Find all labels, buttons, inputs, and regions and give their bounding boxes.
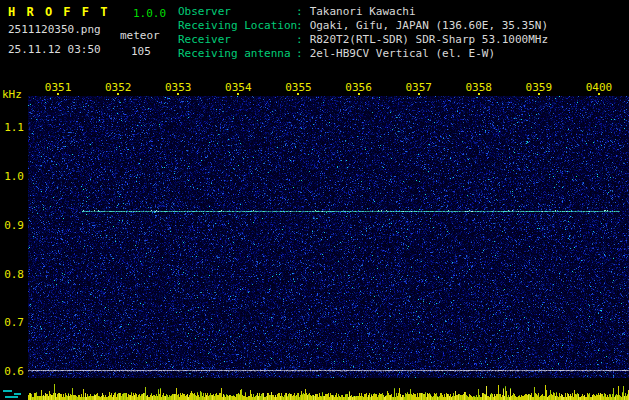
time-tick-mark [237,93,239,95]
signal-level-canvas [28,381,629,400]
info-colon: : [296,5,303,19]
info-value: Takanori Kawachi [310,5,416,19]
info-colon: : [296,19,303,33]
info-value: 2el-HB9CV Vertical (el. E-W) [310,47,495,61]
app-version: 1.0.0 [133,7,166,20]
level-scale-marks [2,388,27,400]
time-tick-mark [297,93,299,95]
time-tick-mark [57,93,59,95]
station-info-row: Receiving Location:Ogaki, Gifu, JAPAN (1… [178,19,548,33]
time-tick-mark [177,93,179,95]
scale-mark [5,396,18,398]
station-info-row: Observer:Takanori Kawachi [178,5,548,19]
time-tick-mark [538,93,540,95]
observation-datetime: 25.11.12 03:50 [8,43,101,56]
time-tick-mark [358,93,360,95]
scale-mark [3,390,12,392]
time-tick-mark [418,93,420,95]
app-title: H R O F F T [8,5,109,19]
mode-label: meteor [120,29,160,42]
spectrogram-canvas [28,96,629,378]
hrofft-window: H R O F F T 1.0.0 2511120350.png meteor … [0,0,629,400]
info-label: Receiver [178,33,296,47]
info-label: Receiving antenna [178,47,296,61]
freq-tick-label: 1.0 [0,170,24,183]
freq-tick-label: 0.6 [0,365,24,378]
info-colon: : [296,33,303,47]
echo-count: 105 [131,45,151,58]
freq-tick-label: 0.8 [0,268,24,281]
info-value: R820T2(RTL-SDR) SDR-Sharp 53.1000MHz [310,33,548,47]
scale-mark [14,393,21,395]
station-info-row: Receiver:R820T2(RTL-SDR) SDR-Sharp 53.10… [178,33,548,47]
freq-tick-label: 0.9 [0,219,24,232]
info-value: Ogaki, Gifu, JAPAN (136.60E, 35.35N) [310,19,548,33]
freq-tick-label: 1.1 [0,121,24,134]
freq-axis-unit: kHz [2,88,22,101]
info-label: Observer [178,5,296,19]
time-tick-mark [478,93,480,95]
output-filename: 2511120350.png [8,23,101,36]
freq-tick-label: 0.7 [0,316,24,329]
info-colon: : [296,47,303,61]
station-info-row: Receiving antenna:2el-HB9CV Vertical (el… [178,47,548,61]
station-info: Observer:Takanori KawachiReceiving Locat… [178,5,548,61]
time-tick-mark [117,93,119,95]
time-tick-mark [598,93,600,95]
info-label: Receiving Location [178,19,296,33]
